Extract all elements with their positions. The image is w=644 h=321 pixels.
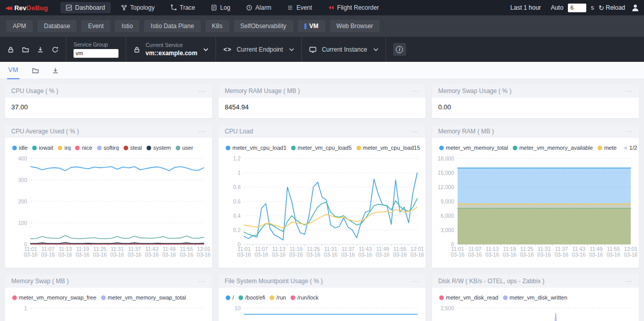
nav-item-dashboard[interactable]: Dashboard	[60, 2, 111, 13]
page: ◀◀ RevDeBug Dashboard Topology Trace Log…	[0, 0, 644, 321]
legend-item[interactable]: /	[226, 294, 234, 301]
reload-button[interactable]: ↻ Reload	[599, 4, 625, 12]
nav-item-event[interactable]: Event	[281, 2, 318, 13]
code-brackets-icon: <>	[223, 46, 231, 53]
service-group-input[interactable]	[74, 49, 118, 58]
chart-canvas: 03,0006,0009,00012,00015,00018,00011:010…	[432, 153, 639, 261]
legend-item[interactable]: idle	[12, 145, 28, 151]
chart-memory-ram: meter_vm_memory_totalmeter_vm_memory_ava…	[432, 138, 639, 261]
svg-text:1: 1	[24, 305, 27, 311]
legend-item[interactable]: irq	[58, 145, 70, 151]
info-icon: i	[396, 46, 403, 53]
legend-dot-icon	[503, 295, 508, 300]
user-avatar-icon[interactable]	[632, 5, 639, 11]
time-range-selector[interactable]: Last 1 hour	[510, 4, 541, 11]
lock-icon[interactable]	[7, 46, 14, 53]
legend-item[interactable]: steal	[124, 145, 142, 151]
current-service-label: Current Service	[146, 42, 197, 48]
nav-item-topology[interactable]: Topology	[115, 2, 160, 13]
legend-label: user	[182, 145, 193, 151]
folder-icon[interactable]	[32, 67, 39, 74]
nav-item-alarm[interactable]: Alarm	[241, 2, 277, 13]
legend-item[interactable]: /run/lock	[291, 294, 319, 301]
legend-item[interactable]: meter_vm_cpu_load5	[291, 145, 352, 151]
legend-item[interactable]: system	[147, 145, 171, 151]
reload-label: Reload	[606, 4, 625, 11]
svg-text:03-16: 03-16	[411, 251, 424, 258]
legend-item[interactable]: /run	[270, 294, 286, 301]
toolbar-actions	[0, 37, 66, 62]
nav-item-label: Event	[296, 4, 312, 11]
chart-card-memory-ram: Memory RAM ( MB )··· meter_vm_memory_tot…	[432, 125, 639, 268]
legend-item[interactable]: meter_vm_disk_written	[503, 294, 567, 301]
svg-text:03-16: 03-16	[555, 251, 568, 258]
legend-item[interactable]: mete	[598, 145, 616, 151]
legend-item[interactable]: meter_vm_cpu_load15	[356, 145, 420, 151]
more-icon[interactable]: ···	[199, 129, 206, 134]
download-icon[interactable]	[37, 46, 44, 53]
tab-vm[interactable]: VM	[7, 62, 19, 79]
legend-item[interactable]: meter_vm_memory_swap_total	[101, 294, 186, 301]
legend-item[interactable]: meter_vm_memory_swap_free	[12, 294, 97, 301]
subnav-tab-selfobservability[interactable]: SelfObservability	[234, 20, 293, 32]
legend-item[interactable]: meter_vm_cpu_load1	[226, 145, 287, 151]
refresh-icon[interactable]	[52, 46, 59, 53]
legend-item[interactable]: user	[176, 145, 193, 151]
subnav-tab-label: VM	[309, 22, 319, 30]
nav-item-flight-recorder[interactable]: Flight Recorder	[322, 2, 385, 13]
legend-dot-icon	[439, 146, 444, 150]
more-icon[interactable]: ···	[199, 279, 206, 284]
auto-reload-interval-input[interactable]	[568, 4, 586, 12]
legend-item[interactable]: meter_vm_disk_read	[439, 294, 498, 301]
nav-item-log[interactable]: Log	[205, 2, 236, 13]
subnav-tab-apm[interactable]: APM	[6, 20, 33, 32]
more-icon[interactable]: ···	[412, 88, 419, 94]
current-endpoint-section[interactable]: <> Current Endpoint	[216, 37, 302, 62]
current-instance-section[interactable]: Current Instance	[302, 37, 386, 62]
legend-dot-icon	[291, 295, 295, 300]
subnav-tab-database[interactable]: Database	[37, 20, 77, 32]
revdebug-logo[interactable]: ◀◀ RevDeBug	[5, 4, 60, 12]
more-icon[interactable]: ···	[412, 279, 419, 284]
svg-text:0.4: 0.4	[233, 213, 241, 219]
more-icon[interactable]: ···	[412, 129, 419, 134]
legend-item[interactable]: meter_vm_memory_available	[513, 145, 593, 151]
subnav-tab-web-browser[interactable]: Web Browser	[330, 20, 380, 32]
download-icon[interactable]	[52, 67, 59, 74]
legend-item[interactable]: iowait	[32, 145, 53, 151]
legend-label: meter_vm_memory_available	[519, 145, 593, 151]
subnav-tab-vm[interactable]: VM	[298, 20, 325, 32]
legend-item[interactable]: meter_vm_memory_total	[439, 145, 508, 151]
more-icon[interactable]: ···	[626, 129, 633, 134]
svg-text:12,000: 12,000	[438, 184, 454, 190]
subnav-tab-label: K8s	[212, 22, 223, 30]
svg-text:03-16: 03-16	[572, 251, 586, 258]
svg-text:03-16: 03-16	[76, 251, 89, 258]
legend-label: idle	[19, 145, 28, 151]
legend-label: meter_vm_memory_swap_total	[108, 294, 186, 301]
nav-item-trace[interactable]: Trace	[165, 2, 201, 13]
legend-dot-icon	[439, 295, 444, 300]
more-icon[interactable]: ···	[626, 279, 633, 284]
legend-prev-icon[interactable]: ◀	[623, 145, 627, 150]
more-icon[interactable]: ···	[626, 88, 633, 94]
subnav-tab-k8s[interactable]: K8s	[205, 20, 229, 32]
legend-item[interactable]: nice	[75, 145, 92, 151]
more-icon[interactable]: ···	[199, 88, 206, 94]
subnav-tab-istio-data-plane[interactable]: Istio Data Plane	[144, 20, 201, 32]
folder-icon[interactable]	[22, 46, 29, 53]
subnav-tab-istio[interactable]: Istio	[115, 20, 139, 32]
legend-item[interactable]: /boot/efi	[238, 294, 265, 301]
info-button[interactable]: i	[393, 43, 406, 56]
card-title: Memory Swap Usage ( % )	[438, 87, 511, 95]
legend-label: /run/lock	[297, 294, 319, 301]
legend-item[interactable]: softirq	[97, 145, 119, 151]
svg-text:03-16: 03-16	[24, 251, 38, 258]
current-service-section[interactable]: Current Service vm::example.com	[126, 37, 216, 62]
subnav-tab-event[interactable]: Event	[81, 20, 110, 32]
svg-text:03-16: 03-16	[145, 251, 159, 258]
legend-dot-icon	[101, 295, 106, 300]
logo-text-rev: Rev	[14, 4, 27, 12]
current-endpoint-label: Current Endpoint	[236, 46, 283, 53]
legend-dot-icon	[598, 146, 602, 150]
